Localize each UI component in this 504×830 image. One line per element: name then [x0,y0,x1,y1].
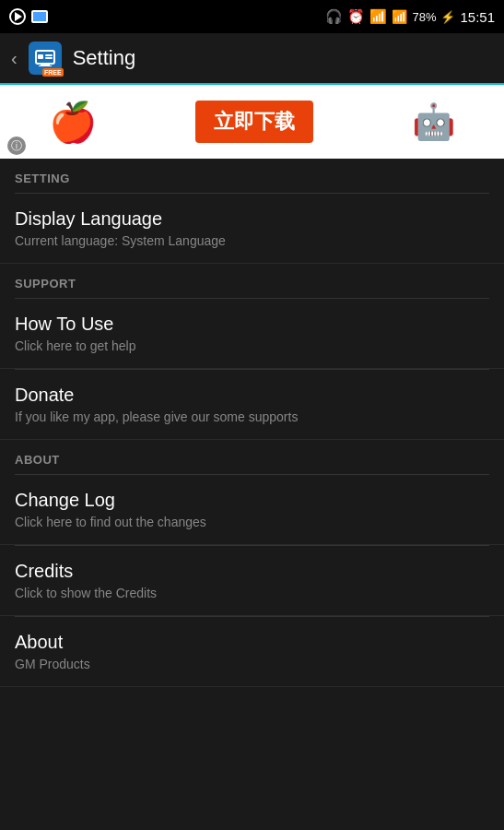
section-header-support: SUPPORT [0,264,504,298]
title-bar: ‹ FREE Setting [0,33,504,85]
section-header-setting: SETTING [0,159,504,193]
section-header-about: ABOUT [0,440,504,474]
menu-item-donate[interactable]: Donate If you like my app, please give o… [0,370,504,440]
page-title: Setting [73,46,136,70]
screen-icon [31,10,48,23]
menu-item-about[interactable]: About GM Products [0,617,504,687]
signal-icon: 📶 [392,9,407,24]
status-right: 🎧 ⏰ 📶 📶 78% ⚡ 15:51 [325,8,495,25]
donate-subtitle: If you like my app, please give our some… [15,409,489,424]
app-icon-badge: FREE [42,68,64,77]
headphone-icon: 🎧 [325,8,343,25]
battery-icon: ⚡ [440,10,455,24]
svg-rect-4 [45,54,53,56]
svg-rect-2 [39,65,52,66]
credits-subtitle: Click to show the Credits [15,586,489,600]
how-to-use-title: How To Use [15,314,489,335]
banner-info-icon[interactable]: ⓘ [7,136,26,155]
donate-title: Donate [15,385,489,406]
battery-percentage: 78% [412,10,436,24]
banner-ad[interactable]: 🍎 立即下载 🤖 ⓘ [0,85,504,159]
section-support: SUPPORT How To Use Click here to get hel… [0,264,504,440]
about-title: About [15,632,489,653]
display-language-subtitle: Current language: System Language [15,233,489,248]
menu-item-changelog[interactable]: Change Log Click here to find out the ch… [0,475,504,545]
settings-content: SETTING Display Language Current languag… [0,159,504,687]
display-language-title: Display Language [15,208,489,230]
changelog-subtitle: Click here to find out the changes [15,515,489,529]
play-icon [9,8,26,25]
changelog-title: Change Log [15,490,489,511]
status-left [9,8,48,25]
svg-rect-3 [38,54,43,59]
back-arrow[interactable]: ‹ [11,49,18,67]
how-to-use-subtitle: Click here to get help [15,338,489,353]
credits-title: Credits [15,561,489,582]
svg-rect-5 [45,57,53,59]
section-setting: SETTING Display Language Current languag… [0,159,504,264]
app-icon-container: FREE [29,42,62,75]
menu-item-credits[interactable]: Credits Click to show the Credits [0,546,504,616]
android-icon: 🤖 [412,101,455,142]
apple-icon: 🍎 [49,100,97,145]
section-about: ABOUT Change Log Click here to find out … [0,440,504,687]
banner-download-button[interactable]: 立即下载 [195,101,313,143]
wifi-icon: 📶 [369,8,387,25]
alarm-icon: ⏰ [347,8,365,25]
svg-rect-1 [41,64,50,65]
menu-item-how-to-use[interactable]: How To Use Click here to get help [0,299,504,369]
about-subtitle: GM Products [15,657,489,671]
clock: 15:51 [460,9,495,25]
status-bar: 🎧 ⏰ 📶 📶 78% ⚡ 15:51 [0,0,504,33]
menu-item-display-language[interactable]: Display Language Current language: Syste… [0,194,504,264]
play-triangle [15,12,22,21]
